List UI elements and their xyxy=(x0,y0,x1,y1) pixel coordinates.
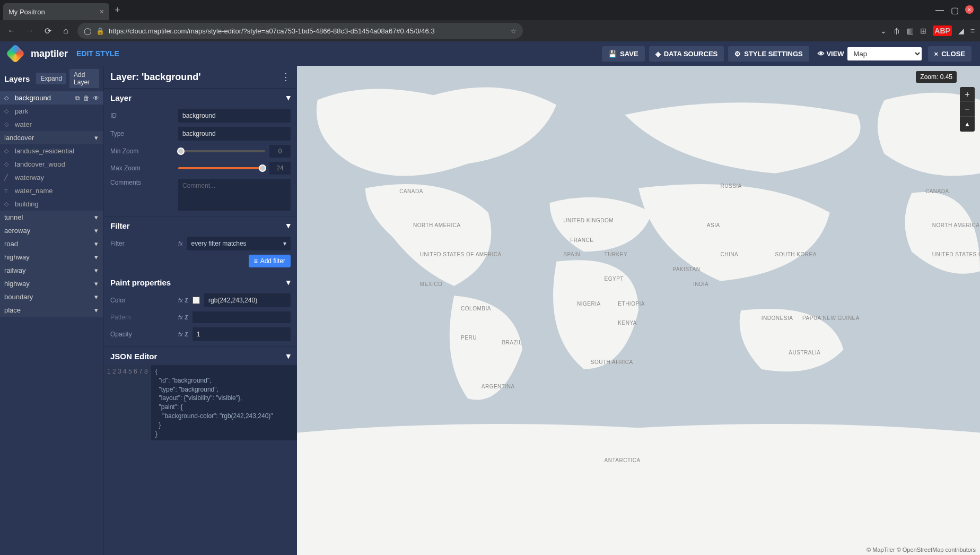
layer-item[interactable]: ◇landuse_residential xyxy=(0,144,103,158)
lock-icon[interactable]: 🔒 xyxy=(96,27,104,35)
json-editor[interactable]: 1 2 3 4 5 6 7 8 { "id": "background", "t… xyxy=(104,365,297,440)
tab-title: My Positron xyxy=(8,8,45,16)
layer-item[interactable]: ◇park xyxy=(0,105,103,118)
color-swatch[interactable] xyxy=(192,297,200,304)
filter-section-header[interactable]: Filter▾ xyxy=(104,216,297,235)
zoom-badge: Zoom: 0.45 xyxy=(916,71,957,83)
layer-group[interactable]: highway▾ xyxy=(0,277,103,290)
window-min-icon[interactable]: — xyxy=(935,5,944,15)
layer-label: waterway xyxy=(15,174,44,181)
sigma-icon[interactable]: Σ xyxy=(185,331,189,337)
shield-icon[interactable]: ◯ xyxy=(84,27,92,35)
layer-group[interactable]: railway▾ xyxy=(0,264,103,277)
copy-icon[interactable]: ⧉ xyxy=(75,94,80,102)
sidebar-icon[interactable]: ▥ xyxy=(907,27,914,35)
nav-back-icon[interactable]: ← xyxy=(5,26,18,36)
type-label: Type xyxy=(110,130,174,137)
menu-icon[interactable]: ≡ xyxy=(970,27,975,35)
layer-group[interactable]: aeroway▾ xyxy=(0,224,103,237)
layer-label: building xyxy=(15,200,39,208)
layer-item[interactable]: ╱waterway xyxy=(0,171,103,184)
layer-item[interactable]: Twater_name xyxy=(0,184,103,197)
layers-sidebar: Layers Expand Add Layer ◇background⧉🗑👁◇p… xyxy=(0,66,103,555)
minzoom-value[interactable]: 0 xyxy=(269,145,291,158)
json-code[interactable]: { "id": "background", "type": "backgroun… xyxy=(151,365,277,440)
layer-type-icon: ◇ xyxy=(4,94,12,101)
sigma-icon[interactable]: Σ xyxy=(185,314,189,320)
layer-menu-icon[interactable]: ⋮ xyxy=(281,71,291,83)
visibility-icon[interactable]: 👁 xyxy=(93,94,99,102)
chevron-down-icon: ▾ xyxy=(94,293,98,301)
fx-icon[interactable]: fx xyxy=(178,297,183,303)
grid-icon[interactable]: ⊞ xyxy=(920,27,926,35)
window-close-icon[interactable]: × xyxy=(965,5,974,14)
close-button[interactable]: × CLOSE xyxy=(928,46,972,62)
maxzoom-slider[interactable]: 24 xyxy=(178,162,291,175)
layer-group[interactable]: place▾ xyxy=(0,303,103,317)
chevron-down-icon: ▾ xyxy=(94,227,98,235)
nav-home-icon[interactable]: ⌂ xyxy=(59,26,72,36)
layer-group[interactable]: landcover▾ xyxy=(0,131,103,144)
chevron-down-icon: ▾ xyxy=(286,93,291,102)
edit-style-label: EDIT STYLE xyxy=(76,49,119,58)
fx-icon[interactable]: fx xyxy=(178,331,183,337)
layer-label: background xyxy=(15,94,51,102)
chevron-down-icon: ▾ xyxy=(94,306,98,314)
paint-section-header[interactable]: Paint properties▾ xyxy=(104,273,297,291)
pattern-value[interactable] xyxy=(192,311,291,323)
url-bar[interactable]: ◯ 🔒 https://cloud.maptiler.com/maps/styl… xyxy=(77,23,523,39)
type-value[interactable]: background xyxy=(178,127,291,141)
ext-icon[interactable]: ◢ xyxy=(958,27,964,35)
comments-input[interactable]: Comment... xyxy=(178,179,291,211)
new-tab-button[interactable]: + xyxy=(115,5,120,16)
view-select[interactable]: Map xyxy=(847,47,922,60)
pattern-label: Pattern xyxy=(110,314,174,321)
layer-item[interactable]: ◇building xyxy=(0,197,103,211)
json-gutter: 1 2 3 4 5 6 7 8 xyxy=(104,365,151,440)
bookmark-star-icon[interactable]: ☆ xyxy=(510,27,517,35)
color-value[interactable]: rgb(242,243,240) xyxy=(204,293,291,307)
layer-type-icon: ◇ xyxy=(4,108,12,115)
layer-group[interactable]: boundary▾ xyxy=(0,290,103,303)
chevron-down-icon: ▾ xyxy=(94,280,98,288)
expand-button[interactable]: Expand xyxy=(36,73,66,84)
opacity-value[interactable]: 1 xyxy=(192,327,291,341)
fx-icon[interactable]: fx xyxy=(178,314,183,320)
window-controls: — ▢ × xyxy=(935,5,977,15)
zoom-in-button[interactable]: + xyxy=(960,87,975,102)
json-editor-header[interactable]: JSON Editor▾ xyxy=(104,347,297,365)
layer-section-header[interactable]: Layer▾ xyxy=(104,89,297,107)
fx-icon[interactable]: fx xyxy=(178,240,183,247)
save-button[interactable]: 💾 SAVE xyxy=(602,46,644,62)
layer-group[interactable]: road▾ xyxy=(0,237,103,250)
chevron-down-icon: ▾ xyxy=(283,240,286,247)
layer-item[interactable]: ◇water xyxy=(0,118,103,131)
map-viewport[interactable]: CANADANORTH AMERICAUNITED STATES OF AMER… xyxy=(297,66,980,555)
zoom-out-button[interactable]: − xyxy=(960,102,975,117)
library-icon[interactable]: ⫛ xyxy=(893,27,900,35)
layer-label: highway xyxy=(4,253,30,261)
data-sources-button[interactable]: ◈ DATA SOURCES xyxy=(649,46,724,62)
abp-icon[interactable]: ABP xyxy=(933,25,952,36)
id-value[interactable]: background xyxy=(178,109,291,123)
style-settings-button[interactable]: ⚙ STYLE SETTINGS xyxy=(728,46,809,62)
window-max-icon[interactable]: ▢ xyxy=(950,5,959,15)
nav-reload-icon[interactable]: ⟳ xyxy=(41,26,54,36)
minzoom-slider[interactable]: 0 xyxy=(178,145,291,158)
add-layer-button[interactable]: Add Layer xyxy=(69,69,99,88)
layer-group[interactable]: tunnel▾ xyxy=(0,211,103,224)
chevron-down-icon: ▾ xyxy=(286,221,291,230)
layer-item[interactable]: ◇landcover_wood xyxy=(0,158,103,171)
browser-tab[interactable]: My Positron × xyxy=(3,3,109,20)
sigma-icon[interactable]: Σ xyxy=(185,297,189,303)
delete-icon[interactable]: 🗑 xyxy=(83,94,90,102)
chevron-down-icon: ▾ xyxy=(94,253,98,261)
layer-group[interactable]: highway▾ xyxy=(0,250,103,264)
maxzoom-value[interactable]: 24 xyxy=(269,162,291,175)
add-filter-button[interactable]: ≡ Add filter xyxy=(249,255,291,267)
filter-select[interactable]: every filter matches▾ xyxy=(187,237,291,250)
layer-item[interactable]: ◇background⧉🗑👁 xyxy=(0,91,103,105)
tab-close-icon[interactable]: × xyxy=(100,7,104,16)
compass-button[interactable]: ▲ xyxy=(960,117,975,132)
pocket-icon[interactable]: ⌄ xyxy=(880,27,887,35)
